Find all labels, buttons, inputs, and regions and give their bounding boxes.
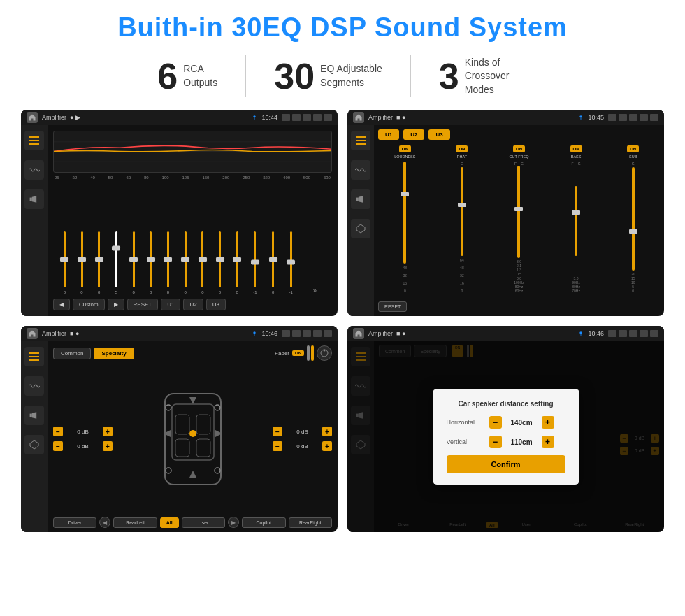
- eq-play-btn[interactable]: ▶: [108, 299, 124, 310]
- minus-tr[interactable]: −: [273, 427, 282, 436]
- speaker-top-row: Common Specialty Fader ON: [53, 345, 332, 361]
- sub-on[interactable]: ON: [627, 145, 639, 152]
- cutfreq-on[interactable]: ON: [513, 145, 525, 152]
- minus-bl[interactable]: −: [53, 441, 63, 451]
- home-icon-4[interactable]: [353, 328, 364, 339]
- crossover-reset-btn[interactable]: RESET: [378, 301, 407, 312]
- side-controls-2: [347, 125, 374, 316]
- btn-all[interactable]: All: [160, 517, 179, 528]
- cutfreq-slider-f[interactable]: [517, 166, 520, 258]
- phat-slider[interactable]: [461, 167, 463, 256]
- eq-arrows[interactable]: »: [308, 287, 322, 294]
- btn-copilot[interactable]: Copilot: [242, 517, 285, 528]
- eq-slider-11[interactable]: -1: [253, 210, 257, 294]
- sub-label: SUB: [629, 155, 637, 159]
- preset-u1[interactable]: U1: [378, 129, 399, 140]
- preset-u2[interactable]: U2: [403, 129, 424, 140]
- eq-slider-5[interactable]: 0: [150, 210, 152, 294]
- svg-rect-7: [356, 198, 359, 201]
- minus-tl[interactable]: −: [53, 427, 63, 436]
- spk-side-btn-3[interactable]: [24, 406, 44, 425]
- dialog-vertical-plus[interactable]: +: [542, 436, 554, 448]
- phat-on[interactable]: ON: [456, 145, 468, 152]
- eq-slider-1[interactable]: 0: [80, 210, 82, 294]
- nav-right-btn[interactable]: ▶: [228, 517, 239, 528]
- home-icon-2[interactable]: [353, 112, 364, 123]
- bass-slider[interactable]: [575, 186, 577, 256]
- rect-icon-3: [313, 330, 322, 337]
- eq-reset-btn[interactable]: RESET: [127, 299, 159, 310]
- eq-slider-7[interactable]: 0: [184, 210, 186, 294]
- dialog-title: Car speaker distance setting: [447, 400, 565, 408]
- eq-side-btn-3[interactable]: [24, 347, 44, 366]
- home-icon-1[interactable]: [27, 112, 38, 123]
- db-val-tl: 0 dB: [65, 429, 101, 435]
- spk-side-btn-1[interactable]: [24, 189, 44, 209]
- screen-speaker: Amplifier ■ ● 10:46: [21, 326, 338, 532]
- plus-bl[interactable]: +: [103, 441, 113, 451]
- extra-side-btn-3[interactable]: [24, 435, 44, 454]
- screen4-time: 10:46: [588, 330, 604, 337]
- fader-dial[interactable]: [317, 345, 332, 361]
- status-bar-2: Amplifier ■ ● 10:45: [347, 110, 664, 125]
- stat-number-rca: 6: [157, 58, 178, 94]
- eq-u2-btn[interactable]: U2: [183, 299, 203, 310]
- eq-slider-9[interactable]: 0: [219, 210, 221, 294]
- eq-side-btn-2[interactable]: [351, 131, 370, 150]
- eq-u3-btn[interactable]: U3: [206, 299, 226, 310]
- dialog-vertical-minus[interactable]: −: [489, 436, 502, 448]
- svg-point-10: [254, 331, 256, 334]
- eq-slider-8[interactable]: 0: [201, 210, 203, 294]
- eq-slider-4[interactable]: 0: [132, 210, 134, 294]
- dialog-horizontal-plus[interactable]: +: [542, 416, 554, 429]
- btn-user[interactable]: User: [182, 517, 225, 528]
- eq-side-btn-1[interactable]: [24, 131, 44, 150]
- crossover-main: U1 U2 U3 ON LOUDNESS: [374, 125, 664, 316]
- eq-sliders: 0 0 0 5 0 0 0 0 0 0 0 -1 0 -1 »: [53, 184, 332, 294]
- wave-side-btn-1[interactable]: [24, 160, 44, 180]
- tab-specialty[interactable]: Specialty: [94, 348, 134, 359]
- wave-side-btn-3[interactable]: [24, 376, 44, 396]
- btn-rearleft[interactable]: RearLeft: [113, 517, 157, 528]
- sub-slider[interactable]: [632, 167, 635, 271]
- fader-bar-2[interactable]: [311, 345, 314, 361]
- btn-driver[interactable]: Driver: [53, 517, 96, 528]
- channel-cutfreq: ON CUT FREQ F G: [492, 145, 546, 293]
- eq-slider-10[interactable]: 0: [236, 210, 238, 294]
- eq-u1-btn[interactable]: U1: [161, 299, 180, 310]
- plus-tl[interactable]: +: [103, 427, 113, 436]
- dialog-horizontal-minus[interactable]: −: [489, 416, 502, 429]
- db-row-tl: − 0 dB +: [53, 427, 113, 436]
- eq-freq-labels: 25 32 40 50 63 80 100 125 160 200 250 32…: [53, 176, 332, 180]
- tab-common[interactable]: Common: [53, 348, 91, 359]
- loudness-slider[interactable]: [403, 162, 406, 264]
- preset-u3[interactable]: U3: [428, 129, 449, 140]
- plus-br[interactable]: +: [322, 441, 332, 451]
- loudness-on[interactable]: ON: [399, 145, 411, 152]
- eq-slider-2[interactable]: 0: [98, 210, 100, 294]
- extra-side-btn-2[interactable]: [351, 219, 370, 238]
- svg-marker-8: [359, 196, 363, 203]
- fader-on[interactable]: ON: [292, 350, 304, 356]
- btn-rearright[interactable]: RearRight: [289, 517, 332, 528]
- eq-custom-btn[interactable]: Custom: [73, 299, 105, 310]
- spk-side-btn-2[interactable]: [351, 189, 370, 209]
- nav-left-btn[interactable]: ◀: [99, 517, 110, 528]
- dialog-overlay: Car speaker distance setting Horizontal …: [347, 341, 664, 532]
- eq-prev-btn[interactable]: ◀: [53, 299, 70, 310]
- fader-bar-1[interactable]: [307, 345, 310, 361]
- minus-br[interactable]: −: [273, 441, 282, 451]
- svg-marker-27: [189, 471, 196, 478]
- eq-slider-13[interactable]: -1: [289, 210, 293, 294]
- home-icon-3[interactable]: [27, 328, 38, 339]
- eq-slider-3[interactable]: 5: [115, 210, 117, 294]
- eq-slider-6[interactable]: 0: [167, 210, 169, 294]
- eq-slider-0[interactable]: 0: [64, 210, 66, 294]
- wave-side-btn-2[interactable]: [351, 160, 370, 180]
- channel-bass: ON BASS F G 3.090Hz80Hz70Hz: [549, 145, 603, 293]
- fader-sliders: [307, 345, 314, 361]
- eq-slider-12[interactable]: 0: [272, 210, 274, 294]
- bass-on[interactable]: ON: [570, 145, 582, 152]
- confirm-button[interactable]: Confirm: [447, 455, 565, 473]
- plus-tr[interactable]: +: [322, 427, 332, 436]
